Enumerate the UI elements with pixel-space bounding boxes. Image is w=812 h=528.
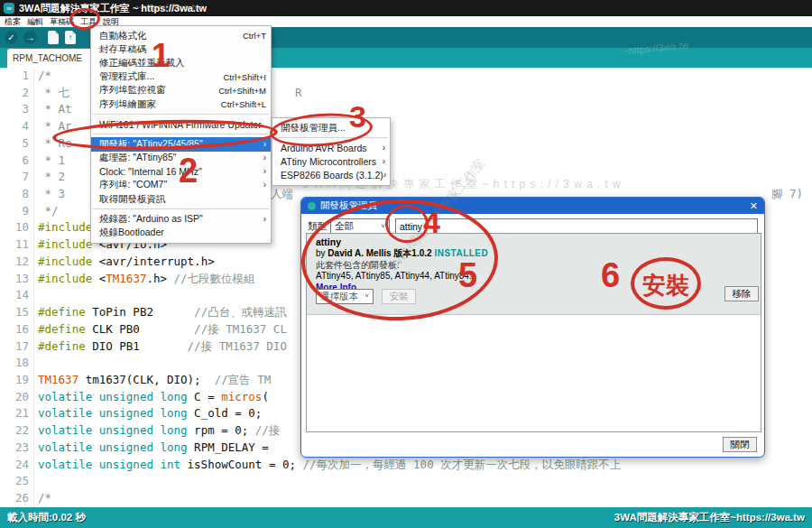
menu-item-board-select[interactable]: 開發板: "ATtiny25/45/85"› <box>91 137 271 151</box>
attiny-package-entry[interactable]: attiny by David A. Mellis 版本1.0.2 INSTAL… <box>307 234 761 315</box>
line-number: 23 <box>4 440 29 457</box>
menu-item-arduino-avr-boards[interactable]: Arduino AVR Boards› <box>272 141 390 154</box>
menu-item-auto-format[interactable]: 自動格式化Ctrl+T <box>91 29 271 42</box>
close-icon[interactable]: ✕ <box>750 200 758 212</box>
menu-item-serial-monitor[interactable]: 序列埠監控視窗Ctrl+Shift+M <box>91 84 271 97</box>
code-line-23: 23volatile unsigned long RPM_DELAY = <box>0 440 275 457</box>
line-number: 8 <box>4 186 29 203</box>
installed-badge: INSTALLED <box>434 248 488 258</box>
code-line-4: 4 * Ar <box>0 118 72 135</box>
menu-item-boards-manager[interactable]: 開發板管理員... <box>272 121 390 134</box>
package-name: attiny <box>316 237 752 247</box>
line-number: 1 <box>4 68 29 85</box>
code-line-20: 20volatile unsigned long C = micros( <box>0 389 269 406</box>
code-line-2: 2 * 七 <box>0 85 69 102</box>
version-select[interactable]: 選擇版本 ˅ <box>316 289 374 304</box>
menu-item-archive-sketch[interactable]: 封存草稿碼 <box>91 42 271 56</box>
code-line-13: 13#include <TM1637.h> //七段數位模組 <box>0 271 255 288</box>
code-line-22: 22volatile unsigned long rpm = 0; //接 <box>0 422 280 440</box>
check-icon: ✓ <box>7 32 14 42</box>
submenu-arrow-icon: › <box>263 215 266 224</box>
menu-sketch[interactable]: 草稿碼 <box>47 15 77 29</box>
package-description: 此套件包含的開發板: <box>316 261 752 271</box>
dialog-title-bar: 開發板管理員 ✕ <box>301 198 764 214</box>
package-author: David A. Mellis <box>328 248 391 258</box>
boards-list: attiny by David A. Mellis 版本1.0.2 INSTAL… <box>306 233 761 432</box>
line-number: 10 <box>4 219 29 236</box>
menu-separator <box>93 114 269 115</box>
menu-file[interactable]: 檔案 <box>2 15 23 29</box>
code-line-1: 1/* <box>0 68 51 85</box>
line-number: 24 <box>4 457 29 474</box>
submenu-arrow-icon: › <box>383 157 385 166</box>
code-line-17: 17#define DIO PB1 //接 TM1637 DIO <box>0 338 287 356</box>
line-number: 6 <box>4 153 29 170</box>
line-number: 16 <box>4 321 29 338</box>
menu-separator <box>93 208 269 209</box>
app-icon: ∞ <box>4 3 14 14</box>
code-line-15: 15#define ToPin PB2 //凸台、或轉速訊 <box>0 304 287 321</box>
menu-item-attiny-microcontrollers[interactable]: ATtiny Microcontrollers› <box>272 154 390 168</box>
menu-item-board-info[interactable]: 取得開發板資訊 <box>91 192 271 206</box>
type-filter-select[interactable]: 全部 ˅ <box>330 218 390 234</box>
line-number: 22 <box>4 422 29 440</box>
menu-item-port-select[interactable]: 序列埠: "COM7"› <box>91 179 271 192</box>
new-sketch-button[interactable] <box>48 31 59 44</box>
type-filter-label: 類型 <box>308 220 327 233</box>
board-submenu: 開發板管理員...Arduino AVR Boards›ATtiny Micro… <box>272 117 391 186</box>
line-number: 11 <box>4 236 29 254</box>
menu-item-fix-encoding[interactable]: 修正編碼並重新載入 <box>91 56 271 69</box>
dialog-filter-row: 類型 全部 ˅ <box>308 218 758 234</box>
line-number: 4 <box>4 118 29 135</box>
code-line-26: 26/* <box>0 490 51 507</box>
menu-item-manage-libraries[interactable]: 管理程式庫...Ctrl+Shift+I <box>91 70 271 84</box>
title-bar: ∞ 3WA問題解決專家工作室 ~ https://3wa.tw <box>0 0 812 16</box>
submenu-arrow-icon: › <box>383 171 386 180</box>
dialog-title: 開發板管理員 <box>320 199 377 212</box>
boards-manager-dialog: 開發板管理員 ✕ 類型 全部 ˅ attiny by David A. Mell… <box>300 197 765 458</box>
arduino-ide-window: ∞ 3WA問題解決專家工作室 ~ https://3wa.tw 檔案編輯草稿碼工… <box>0 0 812 528</box>
close-button[interactable]: 關閉 <box>723 437 757 452</box>
remove-button[interactable]: 移除 <box>724 286 759 301</box>
arrow-up-icon: ↑ <box>69 33 72 42</box>
menu-item-wifi-updater[interactable]: WiFi101 / WiFiNINA Firmware Updater <box>91 117 271 131</box>
tab-rpm-tachometer[interactable]: RPM_TACHOME <box>7 49 92 68</box>
verify-button[interactable]: ✓ <box>4 30 19 45</box>
line-number: 2 <box>4 85 29 102</box>
install-button[interactable]: 安裝 <box>382 289 416 304</box>
code-line-8: 8 * 3 <box>0 186 65 203</box>
line-number: 19 <box>4 372 29 389</box>
menu-edit[interactable]: 編輯 <box>24 15 46 29</box>
code-line-7: 7 * 2 <box>0 169 65 186</box>
line-number: 7 <box>4 169 29 186</box>
code-line-24: 24volatile unsigned int isShowCount = 0;… <box>0 457 621 474</box>
status-bar-site-label: 3WA問題解決專家工作室~https://3wa.tw <box>614 511 805 524</box>
tools-menu-dropdown: 自動格式化Ctrl+T封存草稿碼修正編碼並重新載入管理程式庫...Ctrl+Sh… <box>90 25 272 244</box>
submenu-arrow-icon: › <box>263 153 266 162</box>
code-fragment: 腳 7) <box>771 186 803 203</box>
line-number: 18 <box>4 355 29 372</box>
code-line-25: 25 <box>0 473 38 490</box>
menu-item-programmer-select[interactable]: 燒錄器: "Arduino as ISP"› <box>91 212 271 226</box>
code-fragment: R <box>295 85 302 102</box>
search-input[interactable] <box>395 218 758 234</box>
package-author-line: by David A. Mellis 版本1.0.2 INSTALLED <box>316 249 752 259</box>
menu-item-burn-bootloader[interactable]: 燒錄Bootloader <box>91 226 271 239</box>
menu-item-clock-select[interactable]: Clock: "Internal 16 MHz"› <box>91 165 271 179</box>
line-number: 25 <box>4 473 29 490</box>
arrow-right-icon: → <box>26 32 35 42</box>
menu-item-serial-plotter[interactable]: 序列埠繪圖家Ctrl+Shift+L <box>91 97 271 111</box>
menu-separator <box>274 137 388 138</box>
chevron-down-icon: ˅ <box>361 292 369 301</box>
menu-item-processor-select[interactable]: 處理器: "ATtiny85"› <box>91 152 271 165</box>
upload-button[interactable]: → <box>23 30 38 45</box>
submenu-arrow-icon: › <box>383 144 385 153</box>
load-time-status: 載入時間:0.02 秒 <box>7 511 86 524</box>
line-number: 13 <box>4 271 29 288</box>
menu-item-esp8266-boards[interactable]: ESP8266 Boards (3.1.2)› <box>272 169 390 182</box>
open-sketch-button[interactable]: ↑ <box>65 31 76 44</box>
line-number: 5 <box>4 135 29 153</box>
code-line-21: 21volatile unsigned long C_old = 0; <box>0 405 269 422</box>
line-number: 17 <box>4 338 29 356</box>
chevron-down-icon: ˅ <box>377 222 385 230</box>
